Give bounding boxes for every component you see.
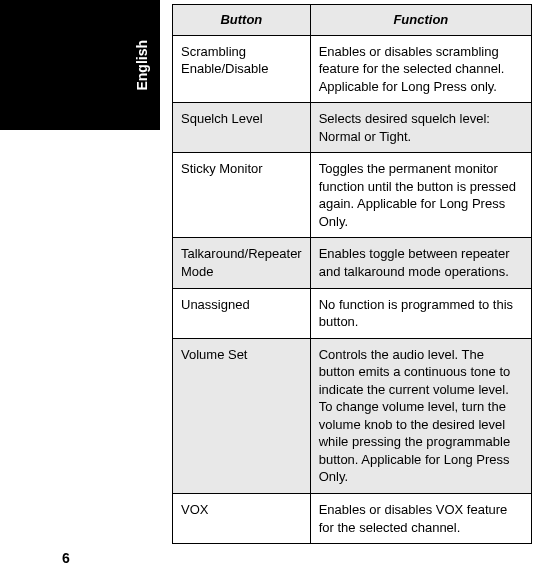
table-header-row: Button Function (173, 5, 532, 36)
table-row: Unassigned No function is programmed to … (173, 288, 532, 338)
cell-function: No function is programmed to this button… (310, 288, 531, 338)
cell-button: VOX (173, 494, 311, 544)
cell-button: Sticky Monitor (173, 153, 311, 238)
table-row: Talkaround/Repeater Mode Enables toggle … (173, 238, 532, 288)
cell-function: Controls the audio level. The button emi… (310, 338, 531, 493)
table-row: Sticky Monitor Toggles the permanent mon… (173, 153, 532, 238)
table-row: VOX Enables or disables VOX feature for … (173, 494, 532, 544)
table-row: Squelch Level Selects desired squelch le… (173, 103, 532, 153)
cell-button: Squelch Level (173, 103, 311, 153)
cell-button: Volume Set (173, 338, 311, 493)
function-table: Button Function Scrambling Enable/Disabl… (172, 4, 532, 544)
cell-button: Unassigned (173, 288, 311, 338)
function-table-container: Button Function Scrambling Enable/Disabl… (172, 4, 532, 544)
cell-button: Scrambling Enable/Disable (173, 35, 311, 103)
table-row: Scrambling Enable/Disable Enables or dis… (173, 35, 532, 103)
language-label: English (134, 40, 150, 91)
cell-function: Enables or disables VOX feature for the … (310, 494, 531, 544)
cell-function: Enables toggle between repeater and talk… (310, 238, 531, 288)
language-tab: English (0, 0, 160, 130)
header-button: Button (173, 5, 311, 36)
page-number: 6 (62, 550, 70, 566)
cell-function: Selects desired squelch level: Normal or… (310, 103, 531, 153)
cell-function: Toggles the permanent monitor function u… (310, 153, 531, 238)
header-function: Function (310, 5, 531, 36)
table-row: Volume Set Controls the audio level. The… (173, 338, 532, 493)
cell-button: Talkaround/Repeater Mode (173, 238, 311, 288)
cell-function: Enables or disables scrambling feature f… (310, 35, 531, 103)
